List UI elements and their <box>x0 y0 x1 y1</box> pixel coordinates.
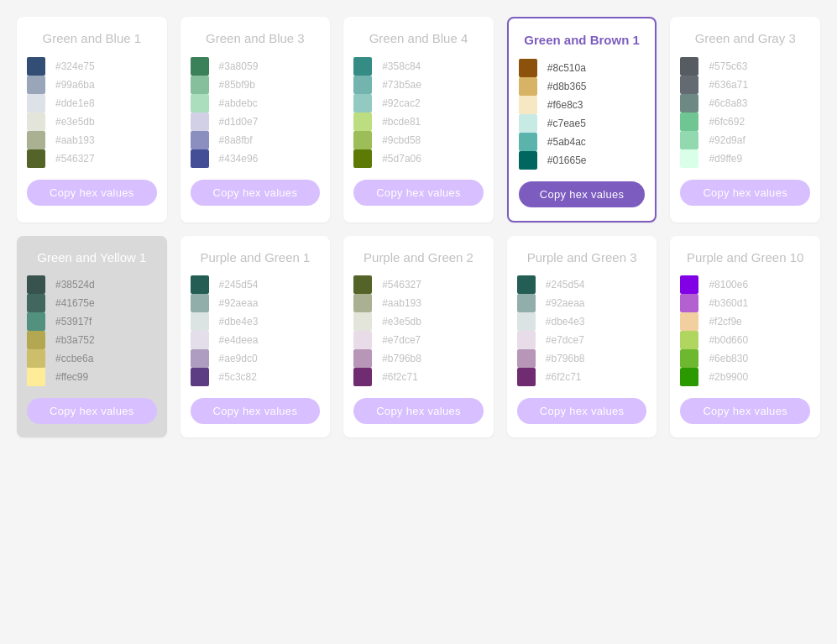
hex-label: #dbe4e3 <box>219 316 259 327</box>
copy-hex-button[interactable]: Copy hex values <box>680 398 810 424</box>
color-swatch <box>680 368 698 386</box>
copy-hex-button[interactable]: Copy hex values <box>680 180 810 206</box>
copy-hex-button[interactable]: Copy hex values <box>353 398 484 424</box>
color-swatch <box>680 57 698 76</box>
color-swatch <box>353 312 372 331</box>
copy-hex-button[interactable]: Copy hex values <box>191 398 321 424</box>
hex-label: #324e75 <box>55 60 95 72</box>
color-swatch <box>517 294 536 312</box>
color-strip <box>519 59 542 170</box>
color-swatch <box>27 275 45 294</box>
hex-labels: #324e75#99a6ba#dde1e8#e3e5db#aab193#5463… <box>55 57 95 168</box>
color-swatch <box>191 76 209 94</box>
hex-label: #e4deea <box>219 334 259 346</box>
color-swatch <box>191 349 209 368</box>
color-swatch <box>353 349 372 368</box>
color-strip <box>191 275 214 386</box>
copy-hex-button[interactable]: Copy hex values <box>517 398 647 424</box>
color-strip <box>680 275 704 386</box>
hex-label: #d9ffe9 <box>709 153 748 165</box>
hex-labels: #358c84#73b5ae#92cac2#bcde81#9cbd58#5d7a… <box>382 57 421 168</box>
colors-container: #245d54#92aeaa#dbe4e3#e7dce7#b796b8#6f2c… <box>517 275 647 386</box>
colors-container: #8c510a#d8b365#f6e8c3#c7eae5#5ab4ac#0166… <box>519 59 646 170</box>
hex-label: #b796b8 <box>546 353 585 364</box>
copy-hex-button[interactable]: Copy hex values <box>353 180 484 206</box>
color-swatch <box>27 113 45 131</box>
card-title: Purple and Green 10 <box>687 249 803 266</box>
hex-label: #434e96 <box>219 153 259 165</box>
color-swatch <box>353 368 372 386</box>
color-swatch <box>27 94 45 113</box>
color-swatch <box>27 294 45 312</box>
color-swatch <box>27 349 45 368</box>
hex-label: #245d54 <box>546 279 585 291</box>
hex-label: #ae9dc0 <box>219 353 259 364</box>
color-strip <box>353 275 377 386</box>
color-strip <box>680 57 704 168</box>
color-swatch <box>27 368 45 386</box>
hex-label: #358c84 <box>382 60 421 72</box>
hex-label: #85bf9b <box>219 79 259 91</box>
copy-hex-button[interactable]: Copy hex values <box>191 180 321 206</box>
hex-label: #92aeaa <box>546 297 585 309</box>
hex-labels: #38524d#41675e#53917f#b3a752#ccbe6a#ffec… <box>55 275 95 386</box>
hex-label: #b0d660 <box>709 334 748 346</box>
hex-label: #92d9af <box>709 134 748 146</box>
palette-card-green-brown-1: Green and Brown 1#8c510a#d8b365#f6e8c3#c… <box>507 17 657 223</box>
hex-label: #9cbd58 <box>382 134 421 146</box>
palette-card-green-gray-3: Green and Gray 3#575c63#636a71#6c8a83#6f… <box>670 17 820 223</box>
palette-card-purple-green-1: Purple and Green 1#245d54#92aeaa#dbe4e3#… <box>180 236 331 438</box>
color-swatch <box>517 368 536 386</box>
hex-labels: #8100e6#b360d1#f2cf9e#b0d660#6eb830#2b99… <box>709 275 748 386</box>
color-swatch <box>191 149 209 168</box>
copy-hex-button[interactable]: Copy hex values <box>27 398 157 424</box>
color-swatch <box>519 96 537 114</box>
hex-label: #abdebc <box>219 97 259 109</box>
hex-label: #5c3c82 <box>219 371 259 383</box>
card-title: Green and Blue 1 <box>43 30 142 47</box>
color-strip <box>191 57 214 168</box>
hex-label: #b360d1 <box>709 297 748 309</box>
color-swatch <box>517 312 536 331</box>
hex-label: #636a71 <box>709 79 748 91</box>
color-strip <box>517 275 541 386</box>
color-swatch <box>680 331 698 349</box>
color-swatch <box>191 331 209 349</box>
hex-label: #6eb830 <box>709 353 748 364</box>
color-swatch <box>517 275 536 294</box>
hex-label: #546327 <box>55 153 95 165</box>
card-title: Purple and Green 3 <box>527 249 637 266</box>
hex-label: #8100e6 <box>709 279 748 291</box>
color-swatch <box>519 59 537 77</box>
colors-container: #38524d#41675e#53917f#b3a752#ccbe6a#ffec… <box>27 275 157 386</box>
copy-hex-button[interactable]: Copy hex values <box>519 181 646 207</box>
hex-labels: #575c63#636a71#6c8a83#6fc692#92d9af#d9ff… <box>709 57 748 168</box>
hex-label: #aab193 <box>382 297 421 309</box>
color-swatch <box>517 331 536 349</box>
palette-grid: Green and Blue 1#324e75#99a6ba#dde1e8#e3… <box>17 17 820 437</box>
hex-labels: #245d54#92aeaa#dbe4e3#e4deea#ae9dc0#5c3c… <box>219 275 259 386</box>
color-swatch <box>191 94 209 113</box>
color-swatch <box>680 275 698 294</box>
hex-labels: #546327#aab193#e3e5db#e7dce7#b796b8#6f2c… <box>382 275 421 386</box>
color-swatch <box>680 349 698 368</box>
color-swatch <box>680 131 698 149</box>
hex-label: #8c510a <box>547 62 587 74</box>
hex-label: #b796b8 <box>382 353 421 364</box>
hex-label: #6f2c71 <box>382 371 421 383</box>
hex-label: #6fc692 <box>709 116 748 128</box>
color-swatch <box>353 94 372 113</box>
palette-card-purple-green-10: Purple and Green 10#8100e6#b360d1#f2cf9e… <box>670 236 820 438</box>
color-swatch <box>191 312 209 331</box>
hex-label: #575c63 <box>709 60 748 72</box>
color-swatch <box>519 133 537 151</box>
hex-label: #6f2c71 <box>546 371 585 383</box>
color-swatch <box>517 349 536 368</box>
color-swatch <box>353 131 372 149</box>
colors-container: #546327#aab193#e3e5db#e7dce7#b796b8#6f2c… <box>353 275 484 386</box>
hex-label: #ffec99 <box>55 371 95 383</box>
color-swatch <box>519 114 537 133</box>
copy-hex-button[interactable]: Copy hex values <box>27 180 157 206</box>
palette-card-green-blue-3: Green and Blue 3#3a8059#85bf9b#abdebc#d1… <box>180 17 331 223</box>
color-swatch <box>353 331 372 349</box>
